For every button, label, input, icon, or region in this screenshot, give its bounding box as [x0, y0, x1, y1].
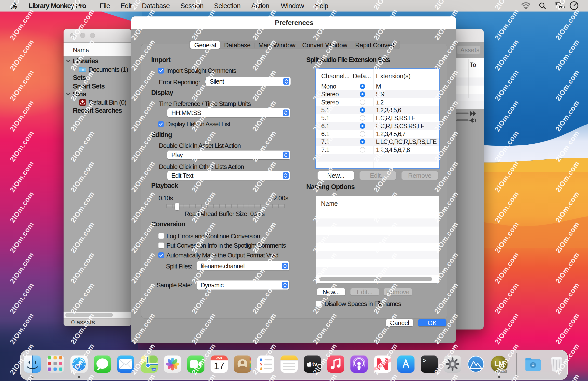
svg-text:2IOm.com: 2IOm.com [190, 8, 217, 41]
svg-text:2IOm.com: 2IOm.com [190, 312, 217, 345]
svg-text:2IOm.com: 2IOm.com [69, 38, 96, 72]
svg-text:2IOm.com: 2IOm.com [493, 99, 520, 133]
svg-text:2IOm.com: 2IOm.com [251, 312, 278, 345]
svg-text:2IOm.com: 2IOm.com [8, 312, 35, 345]
svg-text:2IOm.com: 2IOm.com [312, 220, 338, 254]
svg-text:2IOm.com: 2IOm.com [372, 38, 399, 72]
svg-text:2IOm.com: 2IOm.com [190, 68, 217, 102]
svg-text:2IOm.com: 2IOm.com [372, 99, 399, 133]
svg-text:2IOm.com: 2IOm.com [372, 312, 399, 345]
svg-text:2IOm.com: 2IOm.com [251, 129, 278, 163]
svg-text:2IOm.com: 2IOm.com [251, 38, 278, 72]
svg-text:2IOm.com: 2IOm.com [8, 99, 35, 133]
svg-text:2IOm.com: 2IOm.com [312, 8, 338, 41]
svg-text:2IOm.com: 2IOm.com [8, 220, 35, 254]
svg-text:2IOm.com: 2IOm.com [433, 8, 460, 41]
svg-text:2IOm.com: 2IOm.com [554, 68, 581, 102]
svg-text:2IOm.com: 2IOm.com [554, 38, 581, 72]
svg-text:2IOm.com: 2IOm.com [129, 129, 157, 163]
svg-text:2IOm.com: 2IOm.com [433, 251, 460, 285]
svg-text:2IOm.com: 2IOm.com [69, 281, 96, 315]
svg-text:2IOm.com: 2IOm.com [433, 281, 460, 315]
svg-text:2IOm.com: 2IOm.com [69, 220, 96, 254]
svg-text:2IOm.com: 2IOm.com [433, 220, 460, 254]
svg-text:2IOm.com: 2IOm.com [312, 38, 338, 72]
svg-text:2IOm.com: 2IOm.com [493, 190, 520, 224]
svg-text:2IOm.com: 2IOm.com [69, 190, 96, 224]
svg-text:2IOm.com: 2IOm.com [493, 160, 520, 193]
svg-text:2IOm.com: 2IOm.com [372, 129, 399, 163]
svg-text:2IOm.com: 2IOm.com [8, 251, 35, 285]
svg-text:2IOm.com: 2IOm.com [190, 160, 217, 193]
svg-text:2IOm.com: 2IOm.com [69, 99, 96, 133]
svg-text:2IOm.com: 2IOm.com [554, 8, 581, 41]
svg-text:2IOm.com: 2IOm.com [433, 342, 460, 376]
svg-text:2IOm.com: 2IOm.com [129, 281, 157, 315]
svg-text:2IOm.com: 2IOm.com [8, 129, 35, 163]
svg-text:2IOm.com: 2IOm.com [372, 190, 399, 224]
svg-text:2IOm.com: 2IOm.com [251, 220, 278, 254]
svg-text:2IOm.com: 2IOm.com [554, 342, 581, 376]
svg-text:2IOm.com: 2IOm.com [312, 251, 338, 285]
svg-text:2IOm.com: 2IOm.com [554, 312, 581, 345]
svg-text:2IOm.com: 2IOm.com [493, 251, 520, 285]
svg-text:2IOm.com: 2IOm.com [493, 68, 520, 102]
svg-text:2IOm.com: 2IOm.com [8, 190, 35, 224]
svg-text:2IOm.com: 2IOm.com [372, 251, 399, 285]
svg-text:2IOm.com: 2IOm.com [69, 312, 96, 345]
svg-text:2IOm.com: 2IOm.com [493, 220, 520, 254]
svg-text:2IOm.com: 2IOm.com [312, 312, 338, 345]
svg-text:2IOm.com: 2IOm.com [190, 342, 217, 376]
svg-text:2IOm.com: 2IOm.com [8, 68, 35, 102]
svg-text:2IOm.com: 2IOm.com [190, 281, 217, 315]
svg-text:2IOm.com: 2IOm.com [312, 68, 338, 102]
svg-text:2IOm.com: 2IOm.com [433, 160, 460, 193]
svg-text:2IOm.com: 2IOm.com [372, 281, 399, 315]
svg-text:2IOm.com: 2IOm.com [433, 190, 460, 224]
svg-text:2IOm.com: 2IOm.com [8, 160, 35, 193]
svg-text:2IOm.com: 2IOm.com [554, 220, 581, 254]
svg-text:2IOm.com: 2IOm.com [554, 99, 581, 133]
svg-text:2IOm.com: 2IOm.com [433, 312, 460, 345]
svg-text:2IOm.com: 2IOm.com [372, 68, 399, 102]
svg-text:2IOm.com: 2IOm.com [433, 129, 460, 163]
svg-text:2IOm.com: 2IOm.com [190, 99, 217, 133]
svg-text:2IOm.com: 2IOm.com [129, 99, 157, 133]
svg-text:2IOm.com: 2IOm.com [312, 129, 338, 163]
svg-text:2IOm.com: 2IOm.com [251, 281, 278, 315]
svg-text:2IOm.com: 2IOm.com [433, 99, 460, 133]
svg-text:2IOm.com: 2IOm.com [69, 342, 96, 376]
svg-text:2IOm.com: 2IOm.com [493, 129, 520, 163]
svg-text:2IOm.com: 2IOm.com [493, 8, 520, 41]
svg-text:2IOm.com: 2IOm.com [433, 38, 460, 72]
svg-text:2IOm.com: 2IOm.com [69, 129, 96, 163]
svg-text:2IOm.com: 2IOm.com [312, 99, 338, 133]
svg-text:2IOm.com: 2IOm.com [372, 160, 399, 193]
svg-text:2IOm.com: 2IOm.com [554, 251, 581, 285]
svg-text:2IOm.com: 2IOm.com [372, 220, 399, 254]
svg-text:2IOm.com: 2IOm.com [8, 38, 35, 72]
svg-text:2IOm.com: 2IOm.com [493, 38, 520, 72]
svg-text:2IOm.com: 2IOm.com [312, 281, 338, 315]
svg-text:2IOm.com: 2IOm.com [8, 342, 35, 376]
svg-text:2IOm.com: 2IOm.com [190, 190, 217, 224]
svg-text:2IOm.com: 2IOm.com [190, 220, 217, 254]
svg-text:2IOm.com: 2IOm.com [251, 342, 278, 376]
svg-text:2IOm.com: 2IOm.com [129, 8, 157, 41]
svg-text:2IOm.com: 2IOm.com [433, 68, 460, 102]
svg-text:2IOm.com: 2IOm.com [312, 342, 338, 376]
svg-text:2IOm.com: 2IOm.com [69, 68, 96, 102]
svg-text:2IOm.com: 2IOm.com [372, 8, 399, 41]
svg-text:2IOm.com: 2IOm.com [129, 312, 157, 345]
svg-text:2IOm.com: 2IOm.com [554, 190, 581, 224]
svg-text:2IOm.com: 2IOm.com [554, 129, 581, 163]
svg-text:2IOm.com: 2IOm.com [372, 342, 399, 376]
svg-text:2IOm.com: 2IOm.com [251, 99, 278, 133]
svg-text:2IOm.com: 2IOm.com [69, 8, 96, 41]
svg-text:2IOm.com: 2IOm.com [190, 38, 217, 72]
svg-text:2IOm.com: 2IOm.com [251, 251, 278, 285]
svg-text:2IOm.com: 2IOm.com [129, 38, 157, 72]
svg-text:2IOm.com: 2IOm.com [493, 342, 520, 376]
svg-text:2IOm.com: 2IOm.com [129, 190, 157, 224]
svg-text:2IOm.com: 2IOm.com [312, 160, 338, 193]
